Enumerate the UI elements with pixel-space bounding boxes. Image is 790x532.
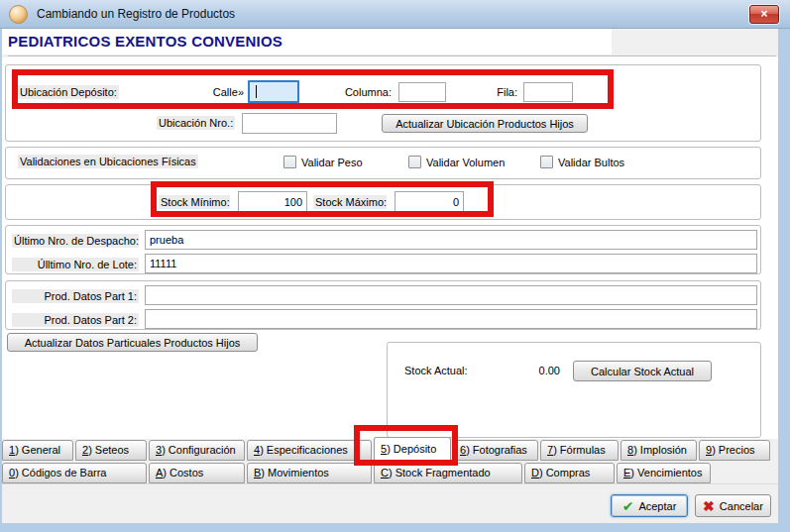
ultimo-despacho-label: Último Nro. de Despacho: xyxy=(12,234,139,248)
stock-minimo-label: Stock Mínimo: xyxy=(159,195,230,209)
tab-costos[interactable]: A) Costos xyxy=(149,463,245,483)
actualizar-ubicacion-button[interactable]: Actualizar Ubicación Productos Hijos xyxy=(382,114,588,133)
validaciones-label: Validaciones en Ubicaciones Físicas xyxy=(18,155,198,168)
tab-label: ) Precios xyxy=(712,444,754,456)
tab-compras[interactable]: D) Compras xyxy=(524,463,615,483)
ubicacion-nro-input[interactable] xyxy=(242,113,337,134)
calcular-stock-actual-button[interactable]: Calcular Stock Actual xyxy=(573,361,712,381)
aceptar-button[interactable]: ✔ Aceptar xyxy=(611,494,688,517)
actualizar-datos-particulares-button[interactable]: Actualizar Datos Particuales Productos H… xyxy=(7,333,258,352)
fila-label: Fila: xyxy=(476,85,517,99)
title-bar[interactable]: Cambiando un Registro de Productos × xyxy=(0,0,790,29)
tab-vencimientos[interactable]: E) Vencimientos xyxy=(617,463,711,483)
tab-label: ) Códigos de Barra xyxy=(15,467,106,479)
text-caret xyxy=(256,85,257,98)
cancelar-label: Cancelar xyxy=(720,500,763,512)
tab-label: ) Costos xyxy=(163,467,203,479)
tab-label: ) Implosión xyxy=(633,444,687,456)
tab-key: D xyxy=(531,467,539,479)
datos-part2-label: Prod. Datos Part 2: xyxy=(12,313,139,327)
validar-bultos-checkbox[interactable] xyxy=(540,156,553,168)
tab-key: C xyxy=(381,467,389,479)
tab-precios[interactable]: 9) Precios xyxy=(699,440,770,461)
ultimo-despacho-input[interactable] xyxy=(145,230,757,250)
tab-label: ) Fórmulas xyxy=(553,444,606,456)
validar-bultos-label: Validar Bultos xyxy=(558,156,624,169)
app-icon xyxy=(9,5,28,24)
validar-volumen-label: Validar Volumen xyxy=(426,156,505,169)
datos-part1-input[interactable] xyxy=(145,285,757,305)
tab-label: ) Vencimientos xyxy=(630,467,702,479)
columna-label: Columna: xyxy=(342,85,392,99)
dialog-window: Cambiando un Registro de Productos × PED… xyxy=(0,0,790,532)
record-title: PEDIATRICOS EXENTOS CONVENIOS xyxy=(8,33,282,50)
tab-label: ) Movimientos xyxy=(261,467,328,479)
tab-implosion[interactable]: 8) Implosión xyxy=(621,440,697,461)
tab-seteos[interactable]: 2) Seteos xyxy=(75,440,147,461)
tab-label: ) Seteos xyxy=(88,444,129,456)
tab-label: ) General xyxy=(15,444,60,456)
ultimo-lote-label: Úlltimo Nro. de Lote: xyxy=(12,258,139,271)
tab-general[interactable]: 1) General xyxy=(2,440,73,461)
cancelar-button[interactable]: ✖ Cancelar xyxy=(695,494,771,517)
cross-icon: ✖ xyxy=(703,498,715,514)
window-title: Cambiando un Registro de Productos xyxy=(37,0,235,29)
tab-label: ) Configuración xyxy=(162,444,236,456)
ubicacion-deposito-label: Ubicación Depósito: xyxy=(18,85,119,99)
tab-label: ) Stock Fragmentado xyxy=(389,467,491,479)
stock-actual-value: 0.00 xyxy=(520,364,560,377)
tab-movimientos[interactable]: B) Movimientos xyxy=(247,463,372,483)
ubicacion-nro-label: Ubicación Nro.: xyxy=(157,116,235,130)
groupbox-stock-actual xyxy=(387,342,761,438)
datos-part1-label: Prod. Datos Part 1: xyxy=(12,289,139,303)
tab-label: ) Depósito xyxy=(387,443,436,455)
tab-deposito[interactable]: 5) Depósito xyxy=(374,437,451,462)
tab-especificaciones[interactable]: 4) Especificaciones xyxy=(247,440,372,461)
tab-label: ) Fotografias xyxy=(466,444,527,456)
tab-label: ) Compras xyxy=(539,467,590,479)
stock-maximo-label: Stock Máximo: xyxy=(313,195,387,209)
validar-peso-label: Validar Peso xyxy=(301,156,363,169)
tab-stock-fragmentado[interactable]: C) Stock Fragmentado xyxy=(374,463,522,483)
fila-input[interactable] xyxy=(523,82,573,102)
validar-peso-checkbox[interactable] xyxy=(283,156,296,168)
stock-actual-label: Stock Actual: xyxy=(404,364,468,377)
close-icon[interactable]: × xyxy=(749,5,779,24)
validar-volumen-checkbox[interactable] xyxy=(408,156,421,168)
calle-input[interactable] xyxy=(248,80,299,103)
tab-configuracion[interactable]: 3) Configuración xyxy=(149,440,245,461)
ultimo-lote-input[interactable] xyxy=(145,254,757,273)
datos-part2-input[interactable] xyxy=(145,309,757,329)
tab-codigos-de-barra[interactable]: 0) Códigos de Barra xyxy=(2,463,147,483)
columna-input[interactable] xyxy=(398,82,446,102)
stock-minimo-input[interactable] xyxy=(238,191,307,212)
tab-label: ) Especificaciones xyxy=(260,444,348,456)
tab-formulas[interactable]: 7) Fórmulas xyxy=(540,440,619,461)
stock-maximo-input[interactable] xyxy=(395,191,464,212)
check-icon: ✔ xyxy=(622,498,634,514)
calle-label: Calle» xyxy=(198,85,244,99)
tab-fotografias[interactable]: 6) Fotografias xyxy=(453,440,538,461)
aceptar-label: Aceptar xyxy=(638,500,676,512)
